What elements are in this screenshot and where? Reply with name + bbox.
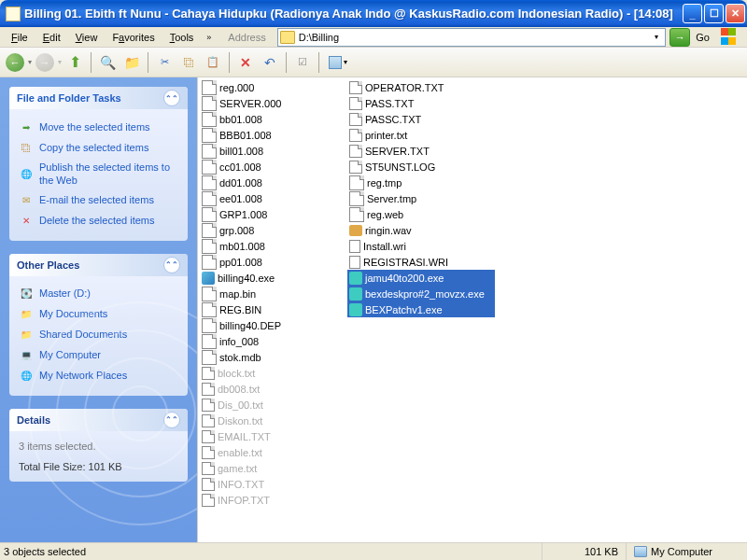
file-item[interactable]: BEXPatchv1.exe (347, 301, 495, 317)
copy-button[interactable]: ⿻ (177, 51, 200, 74)
place-mycomp[interactable]: 💻My Computer (19, 345, 178, 366)
address-dropdown[interactable]: ▾ (650, 33, 663, 41)
go-button[interactable]: → (669, 28, 690, 47)
file-pane[interactable]: reg.000SERVER.000bb01.008BBB01.008bill01… (197, 77, 747, 542)
file-item[interactable]: OPERATOR.TXT (347, 79, 495, 95)
place-netplaces[interactable]: 🌐My Network Places (19, 366, 178, 386)
place-mydocs[interactable]: 📁My Documents (19, 304, 178, 325)
separator (318, 52, 319, 73)
undo-button[interactable]: ↶ (259, 51, 281, 74)
file-item[interactable]: EMAIL.TXT (200, 428, 347, 444)
file-item[interactable]: mb01.008 (200, 238, 347, 254)
file-item[interactable]: Dis_00.txt (200, 397, 347, 413)
file-item[interactable]: reg.000 (200, 79, 347, 95)
file-item[interactable]: ST5UNST.LOG (347, 159, 495, 175)
folder-icon (6, 7, 21, 21)
menu-edit[interactable]: Edit (35, 30, 68, 45)
panel-body: ➡Move the selected items ⿻Copy the selec… (9, 109, 188, 241)
task-email[interactable]: ✉E-mail the selected items (19, 190, 178, 211)
back-dropdown[interactable]: ▾ (28, 58, 32, 66)
place-shared[interactable]: 📁Shared Documents (19, 325, 178, 345)
collapse-icon[interactable]: ⌃⌃ (163, 257, 180, 273)
place-master[interactable]: 💽Master (D:) (19, 284, 178, 304)
minimize-button[interactable]: _ (683, 4, 702, 23)
task-copy[interactable]: ⿻Copy the selected items (19, 137, 178, 158)
file-item[interactable]: INFO.TXT (200, 476, 347, 492)
cut-button[interactable]: ✂ (153, 51, 176, 74)
collapse-icon[interactable]: ⌃⌃ (163, 412, 180, 428)
menu-tools[interactable]: Tools (162, 30, 202, 45)
panel-body: 3 items selected. Total File Size: 101 K… (9, 431, 188, 482)
file-item[interactable]: bexdeskpro#2_movzx.exe (347, 286, 495, 301)
up-button[interactable]: ⬆ (63, 51, 86, 74)
file-item[interactable]: bb01.008 (200, 111, 347, 127)
file-item[interactable]: info_008 (200, 333, 347, 349)
search-button[interactable]: 🔍 (96, 51, 119, 74)
close-button[interactable]: ✕ (726, 4, 745, 23)
file-item[interactable]: jamu40to200.exe (347, 270, 495, 286)
file-item[interactable]: map.bin (200, 286, 347, 301)
menu-file[interactable]: File (4, 30, 35, 45)
file-item[interactable]: INFOP.TXT (200, 492, 347, 508)
menubar: File Edit View Favorites Tools » Address… (0, 27, 747, 48)
file-item[interactable]: dd01.008 (200, 175, 347, 190)
file-item[interactable]: REG.BIN (200, 301, 347, 317)
task-delete[interactable]: ✕Delete the selected items (19, 211, 178, 231)
file-item[interactable]: SERVER.000 (200, 95, 347, 111)
file-item[interactable]: db008.txt (200, 381, 347, 397)
file-item[interactable]: PASSC.TXT (347, 111, 495, 127)
collapse-icon[interactable]: ⌃⌃ (163, 90, 180, 106)
views-button[interactable]: ▾ (324, 53, 352, 72)
file-item[interactable]: ringin.wav (347, 222, 495, 238)
panel-file-tasks: File and Folder Tasks ⌃⌃ ➡Move the selec… (9, 87, 188, 241)
panel-header[interactable]: Details ⌃⌃ (9, 409, 188, 431)
folders-button[interactable]: 📁 (120, 51, 143, 74)
panel-header[interactable]: Other Places ⌃⌃ (9, 254, 188, 276)
file-item[interactable]: bill01.008 (200, 143, 347, 159)
file-item[interactable]: grp.008 (200, 222, 347, 238)
file-item[interactable]: Install.wri (347, 238, 495, 254)
status-location: My Computer (626, 543, 747, 560)
separator (91, 52, 92, 73)
address-bar[interactable]: ▾ (277, 28, 667, 47)
file-item[interactable]: block.txt (200, 365, 347, 381)
file-item[interactable]: pp01.008 (200, 254, 347, 270)
task-move[interactable]: ➡Move the selected items (19, 117, 178, 137)
properties-button[interactable]: ☑ (291, 51, 314, 74)
file-item[interactable]: GRP1.008 (200, 206, 347, 222)
menu-view[interactable]: View (68, 30, 106, 45)
file-item[interactable]: reg.web (347, 206, 495, 222)
file-item[interactable]: printer.txt (347, 127, 495, 143)
folder-icon (280, 31, 295, 44)
content-area: File and Folder Tasks ⌃⌃ ➡Move the selec… (0, 77, 747, 542)
file-item[interactable]: BBB01.008 (200, 127, 347, 143)
file-item[interactable]: game.txt (200, 460, 347, 476)
task-publish[interactable]: 🌐Publish the selected items to the Web (19, 158, 178, 190)
file-item[interactable]: Server.tmp (347, 190, 495, 206)
file-item[interactable]: REGISTRASI.WRI (347, 254, 495, 270)
panel-header[interactable]: File and Folder Tasks ⌃⌃ (9, 87, 188, 109)
separator (229, 52, 230, 73)
file-item[interactable]: PASS.TXT (347, 95, 495, 111)
file-item[interactable]: ee01.008 (200, 190, 347, 206)
maximize-button[interactable]: ☐ (704, 4, 724, 23)
file-item[interactable]: billing40.exe (200, 270, 347, 286)
file-item[interactable]: reg.tmp (347, 175, 495, 190)
details-selected: 3 items selected. (19, 441, 178, 452)
computer-icon (634, 546, 647, 557)
menu-favorites[interactable]: Favorites (105, 30, 162, 45)
back-button[interactable]: ← (4, 51, 26, 74)
file-item[interactable]: Diskon.txt (200, 413, 347, 428)
menu-overflow[interactable]: » (201, 33, 217, 42)
sidebar: File and Folder Tasks ⌃⌃ ➡Move the selec… (0, 77, 197, 542)
titlebar: Billing 01. Ebith ft Nunu - Cahaya Hidup… (0, 0, 747, 27)
address-input[interactable] (299, 32, 651, 43)
file-item[interactable]: SERVER.TXT (347, 143, 495, 159)
file-item[interactable]: enable.txt (200, 444, 347, 460)
file-item[interactable]: billing40.DEP (200, 317, 347, 333)
file-item[interactable]: cc01.008 (200, 159, 347, 175)
go-label: Go (690, 32, 715, 43)
paste-button[interactable]: 📋 (202, 51, 224, 74)
delete-button[interactable]: ✕ (234, 51, 257, 74)
file-item[interactable]: stok.mdb (200, 349, 347, 365)
